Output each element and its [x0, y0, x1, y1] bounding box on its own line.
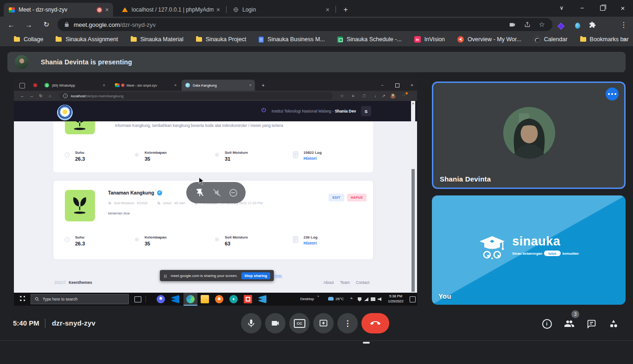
- window-close-button[interactable]: ×: [613, 0, 633, 16]
- tab-close-icon[interactable]: ×: [216, 6, 220, 13]
- tab-close-icon[interactable]: ×: [174, 83, 177, 88]
- chat-button[interactable]: [585, 318, 597, 330]
- tile-menu-button[interactable]: [606, 88, 619, 100]
- vscode-icon[interactable]: [171, 295, 179, 303]
- shared-restore-button[interactable]: [391, 80, 403, 91]
- speaker-tray-icon[interactable]: [378, 297, 381, 301]
- forward-button[interactable]: →: [23, 19, 34, 30]
- meeting-details-button[interactable]: i: [541, 318, 553, 330]
- window-restore-button[interactable]: [592, 0, 613, 16]
- microphone-button[interactable]: [241, 313, 261, 333]
- participants-button[interactable]: [563, 318, 575, 330]
- extension-purple-icon[interactable]: [555, 20, 566, 31]
- collections-icon[interactable]: □: [361, 93, 368, 99]
- bookmark-sinauka-schedule[interactable]: Sinauka Schedule -...: [337, 36, 402, 43]
- extension-drop-icon[interactable]: [572, 20, 583, 31]
- tab-phpmyadmin[interactable]: localhost / 127.0.0.1 | phpMyAdm ×: [117, 3, 224, 17]
- scrollbar-thumb[interactable]: [411, 169, 415, 292]
- bookmark-sinauka-business[interactable]: Sinauka Business M...: [259, 36, 325, 43]
- tab-close-icon[interactable]: ×: [105, 6, 109, 13]
- footer-link-about[interactable]: About: [323, 280, 334, 285]
- shield-tray-icon[interactable]: [358, 297, 361, 301]
- bookmark-sinauka-material[interactable]: Sinauka Material: [131, 36, 184, 43]
- reload-icon[interactable]: ↻: [37, 93, 44, 99]
- back-icon[interactable]: ←: [19, 93, 26, 99]
- discord-icon[interactable]: [157, 295, 165, 303]
- red-app-icon[interactable]: [244, 295, 252, 303]
- site-info-icon[interactable]: i: [63, 94, 68, 98]
- start-button-icon[interactable]: [19, 296, 25, 302]
- taskbar-clock[interactable]: 5:38 PM1/20/2022: [383, 294, 409, 304]
- favorites-list-icon[interactable]: ≡: [349, 93, 357, 99]
- power-icon[interactable]: [260, 107, 267, 113]
- forward-icon[interactable]: →: [28, 93, 35, 99]
- share-icon[interactable]: ↗: [380, 93, 387, 99]
- hapus-button[interactable]: HAPUS: [347, 194, 367, 201]
- network-tray-icon[interactable]: [364, 297, 368, 301]
- shared-new-tab-button[interactable]: +: [259, 80, 268, 91]
- keyboard-tray-icon[interactable]: [371, 297, 375, 301]
- pinned-tab-icon[interactable]: [33, 83, 37, 87]
- address-bar[interactable]: meet.google.com/dzr-snyd-zyv ☆: [57, 18, 552, 31]
- scroll-up-icon[interactable]: ▲: [411, 101, 415, 106]
- present-button[interactable]: [313, 313, 334, 333]
- xampp-icon[interactable]: [215, 295, 223, 303]
- activities-button[interactable]: [608, 318, 620, 330]
- tray-caret-icon[interactable]: ^: [350, 297, 353, 301]
- participant-tile-shania[interactable]: Shania Devinta: [432, 82, 626, 189]
- histori-link[interactable]: Histori: [304, 156, 322, 161]
- shared-tab-kangkung[interactable]: Data Kangkung ×: [182, 80, 255, 91]
- bookmark-calendar[interactable]: Calendar: [534, 36, 568, 43]
- bookmark-invision[interactable]: inInVision: [414, 36, 445, 43]
- user-initial-badge[interactable]: S: [361, 106, 371, 116]
- vscode-insiders-icon[interactable]: [258, 295, 266, 303]
- file-explorer-icon[interactable]: [201, 295, 209, 303]
- browser-menu-icon[interactable]: ⋮: [618, 19, 629, 30]
- window-chevron-button[interactable]: ∨: [551, 0, 572, 16]
- presentation-screen[interactable]: (89) WhatsApp × Meet - dzr-snyd-zyv × Da…: [14, 80, 417, 306]
- desktop-label[interactable]: Desktop: [300, 297, 314, 301]
- edge-icon[interactable]: [186, 295, 195, 303]
- more-options-button[interactable]: ⋮: [337, 313, 358, 333]
- tab-close-icon[interactable]: ×: [326, 6, 329, 13]
- edge-profile-avatar[interactable]: [390, 93, 396, 99]
- action-center-icon[interactable]: [410, 296, 416, 302]
- tab-actions-icon[interactable]: [19, 83, 25, 88]
- tab-meet[interactable]: Meet - dzr-snyd-zyv ×: [4, 3, 113, 17]
- unpin-icon[interactable]: [195, 188, 204, 197]
- shared-address-bar[interactable]: i localhost/skripsi-main/kangkung: [59, 92, 333, 100]
- share-icon[interactable]: [524, 21, 531, 28]
- participant-tile-you[interactable]: sinauka Sinau bebarengan lulus kemudian …: [432, 195, 626, 305]
- edit-button[interactable]: EDIT: [329, 194, 344, 201]
- shared-close-button[interactable]: ×: [406, 80, 417, 91]
- bookmarks-overflow-icon[interactable]: »: [623, 36, 627, 43]
- shared-minimize-button[interactable]: −: [376, 80, 388, 91]
- window-minimize-button[interactable]: −: [572, 0, 592, 16]
- bookmark-collage[interactable]: Collage: [14, 36, 43, 43]
- bookmark-sinauka-assignment[interactable]: Sinauka Assignment: [56, 36, 118, 43]
- footer-link-contact[interactable]: Contact: [356, 280, 369, 285]
- home-icon[interactable]: ⌂: [46, 93, 54, 99]
- teal-app-icon[interactable]: [229, 295, 238, 303]
- taskbar-search-input[interactable]: Type here to search: [31, 294, 129, 304]
- edge-menu-icon[interactable]: ..: [402, 92, 405, 96]
- task-view-icon[interactable]: [134, 296, 141, 302]
- back-button[interactable]: ←: [6, 19, 17, 30]
- camera-button[interactable]: [265, 313, 285, 333]
- tab-close-icon[interactable]: ×: [249, 83, 252, 88]
- tab-close-icon[interactable]: ×: [103, 83, 105, 88]
- new-tab-button[interactable]: +: [340, 4, 351, 15]
- footer-link-team[interactable]: Team: [340, 280, 350, 285]
- tab-camera-icon[interactable]: [509, 21, 516, 28]
- leave-call-button[interactable]: [361, 313, 389, 333]
- favorite-star-icon[interactable]: ☆: [338, 93, 346, 99]
- shared-tab-whatsapp[interactable]: (89) WhatsApp ×: [41, 80, 108, 91]
- downloads-icon[interactable]: ↓: [372, 93, 379, 99]
- reload-button[interactable]: ↻: [41, 19, 52, 30]
- bookmark-overview[interactable]: Overview - My Wor...: [457, 36, 521, 43]
- shared-tab-meet[interactable]: Meet - dzr-snyd-zyv ×: [111, 80, 180, 91]
- bookmark-bookmarks-bar[interactable]: Bookmarks bar: [580, 36, 629, 43]
- hide-toast-link[interactable]: Hide: [274, 274, 282, 278]
- captions-button[interactable]: CC: [289, 313, 310, 333]
- extensions-puzzle-icon[interactable]: [587, 19, 598, 30]
